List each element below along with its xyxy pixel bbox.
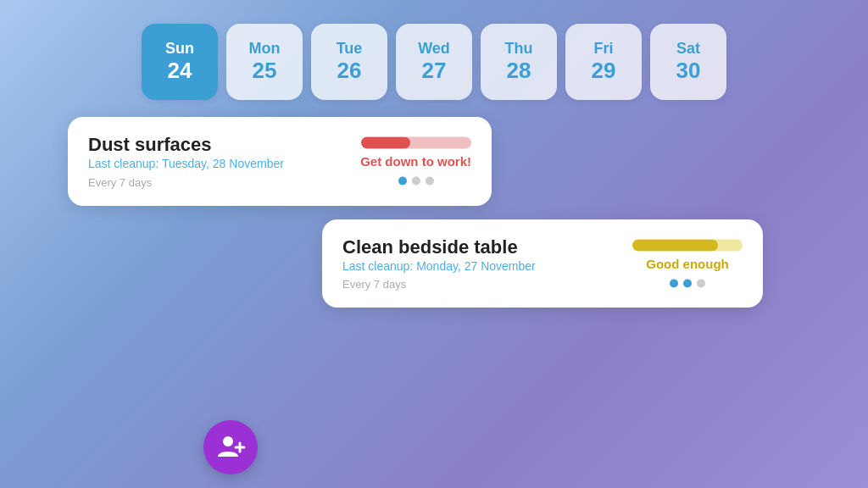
svg-point-0: [223, 436, 233, 446]
dot-2-inactive-1: [697, 279, 705, 287]
day-name-thu: Thu: [505, 40, 533, 58]
day-card-wed[interactable]: Wed 27: [396, 24, 472, 100]
progress-bar-2: [632, 239, 743, 251]
dot-1-active: [398, 177, 407, 186]
dots-2: [670, 279, 705, 287]
task-card-clean-bedside: Clean bedside table Last cleanup: Monday…: [322, 219, 763, 308]
add-user-icon: [214, 431, 247, 463]
add-user-button[interactable]: [203, 420, 258, 474]
task-right-1: Get down to work!: [360, 137, 471, 186]
day-number-thu: 28: [507, 58, 531, 84]
dot-2-active-1: [670, 279, 678, 287]
task-right-2: Good enough: [632, 239, 743, 287]
day-card-thu[interactable]: Thu 28: [481, 24, 557, 100]
progress-fill-2: [632, 239, 718, 251]
dot-1-inactive-2: [426, 177, 434, 186]
status-label-1: Get down to work!: [360, 154, 471, 169]
task-card-dust-surfaces: Dust surfaces Last cleanup: Tuesday, 28 …: [68, 117, 492, 206]
dot-2-active-2: [683, 279, 692, 287]
day-card-tue[interactable]: Tue 26: [311, 24, 387, 100]
status-label-2: Good enough: [646, 256, 728, 270]
day-name-wed: Wed: [418, 40, 450, 58]
day-number-sun: 24: [168, 58, 192, 84]
day-number-sat: 30: [676, 58, 701, 84]
day-card-fri[interactable]: Fri 29: [565, 24, 642, 100]
day-number-mon: 25: [253, 58, 277, 84]
day-name-mon: Mon: [249, 40, 281, 58]
task-title-2: Clean bedside table: [342, 236, 518, 258]
day-name-sat: Sat: [676, 40, 700, 58]
day-number-fri: 29: [592, 58, 616, 84]
day-name-tue: Tue: [337, 40, 363, 58]
calendar-row: Sun 24 Mon 25 Tue 26 Wed 27 Thu 28 Fri 2…: [0, 0, 868, 117]
day-card-mon[interactable]: Mon 25: [226, 24, 303, 100]
day-number-tue: 26: [337, 58, 362, 84]
day-name-sun: Sun: [165, 40, 194, 58]
day-name-fri: Fri: [593, 40, 613, 58]
dots-1: [398, 177, 434, 186]
day-number-wed: 27: [422, 58, 447, 84]
progress-bar-1: [361, 137, 471, 149]
day-card-sun[interactable]: Sun 24: [142, 24, 218, 100]
day-card-sat[interactable]: Sat 30: [650, 24, 726, 100]
dot-1-inactive-1: [412, 177, 420, 186]
progress-fill-1: [361, 137, 411, 149]
task-title-1: Dust surfaces: [88, 134, 212, 155]
cards-area: Dust surfaces Last cleanup: Tuesday, 28 …: [0, 117, 868, 308]
